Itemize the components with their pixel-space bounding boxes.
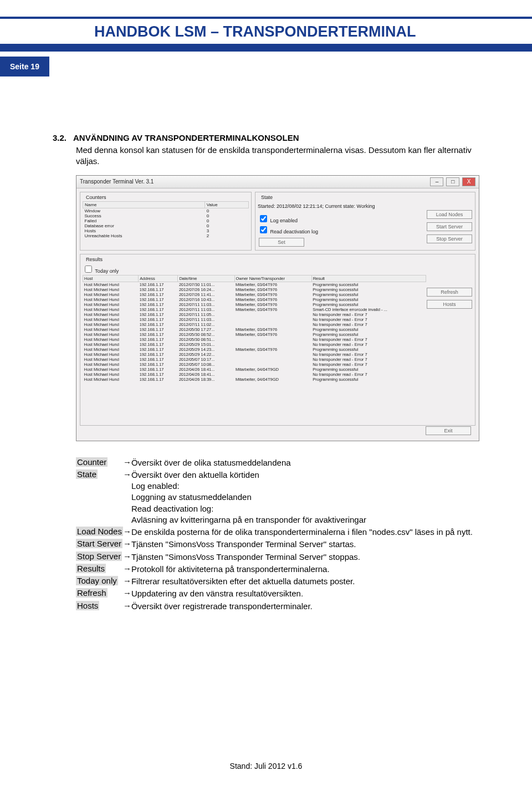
def-desc: Tjänsten "SimonsVoss Transponder Termina… [131, 551, 473, 563]
results-label: Results [85, 257, 104, 262]
arrow-icon: → [123, 588, 131, 600]
arrow-icon: → [123, 600, 131, 613]
arrow-icon: → [123, 563, 131, 575]
log-enabled-checkbox[interactable] [260, 215, 267, 222]
minimize-icon[interactable]: – [430, 177, 443, 186]
def-desc: De enskilda posterna för de olika transp… [131, 526, 473, 538]
load-nodes-button[interactable]: Load Nodes [427, 210, 472, 219]
def-label: Refresh [76, 588, 108, 598]
definitions-table: Counter→Översikt över de olika statusmed… [76, 457, 473, 613]
start-server-button[interactable]: Start Server [427, 222, 472, 231]
def-label: State [76, 469, 98, 479]
results-table: HostAddressDate/timeOwner Name/Transpond… [83, 275, 426, 382]
window-controls[interactable]: – □ X [429, 177, 475, 186]
def-label: Results [76, 564, 106, 573]
def-label: Counter [76, 457, 108, 467]
def-desc: Tjänsten "SimonsVoss Transponder Termina… [131, 538, 473, 550]
window-title: Transponder Terminal Ver. 3.1 [80, 178, 154, 185]
counters-label: Counters [85, 195, 108, 200]
def-desc: Filtrerar resultatöversikten efter det a… [131, 575, 473, 588]
def-label: Stop Server [76, 552, 122, 561]
state-label: State [260, 195, 274, 200]
section-title: ANVÄNDNING AV TRANSPONDERTERMINALKONSOLE… [73, 133, 479, 142]
read-deact-label: Read deactivation log [270, 229, 319, 234]
exit-button[interactable]: Exit [426, 426, 471, 435]
section-number: 3.2. [53, 133, 66, 144]
arrow-icon: → [123, 551, 131, 563]
footer: Stand: Juli 2012 v1.6 [0, 762, 532, 770]
app-screenshot: Transponder Terminal Ver. 3.1 – □ X Coun… [76, 175, 479, 441]
hosts-button[interactable]: Hosts [427, 300, 472, 309]
def-desc: Protokoll för aktiviteterna på transpond… [131, 563, 473, 575]
def-desc: Översikt över de olika statusmeddelanden… [131, 457, 473, 469]
arrow-icon: → [123, 526, 131, 538]
maximize-icon[interactable]: □ [446, 177, 459, 186]
stop-server-button[interactable]: Stop Server [427, 234, 472, 243]
read-deact-checkbox[interactable] [260, 226, 267, 233]
def-label: Hosts [76, 601, 99, 610]
refresh-button[interactable]: Refresh [427, 288, 472, 297]
def-desc: Uppdatering av den vänstra resultatövers… [131, 588, 473, 600]
def-desc: Översikt över registrerade transponderte… [131, 600, 473, 613]
arrow-icon: → [123, 457, 131, 469]
page-label: Seite 19 [0, 57, 49, 76]
doc-title: HANDBOK LSM – TRANSPONDERTERMINAL [94, 23, 532, 40]
close-icon[interactable]: X [462, 177, 475, 186]
state-text: Started: 2012/08/02 12:21:14; Current st… [258, 203, 473, 209]
def-label: Today only [76, 576, 118, 585]
arrow-icon: → [123, 538, 131, 550]
today-only-label: Today only [95, 268, 119, 274]
today-only-checkbox[interactable] [85, 266, 92, 273]
counters-table: NameValueWindow0Success0Failed0Database … [83, 201, 249, 238]
arrow-icon: → [123, 575, 131, 588]
arrow-icon: → [123, 469, 131, 526]
set-button[interactable]: Set [259, 238, 304, 247]
log-enabled-label: Log enabled [270, 218, 298, 223]
section-text: Med denna konsol kan statusen för de ens… [76, 145, 479, 167]
def-desc: Översikt över den aktuella körtidenLog e… [131, 469, 473, 526]
def-label: Start Server [76, 539, 122, 548]
def-label: Load Nodes [76, 527, 123, 536]
